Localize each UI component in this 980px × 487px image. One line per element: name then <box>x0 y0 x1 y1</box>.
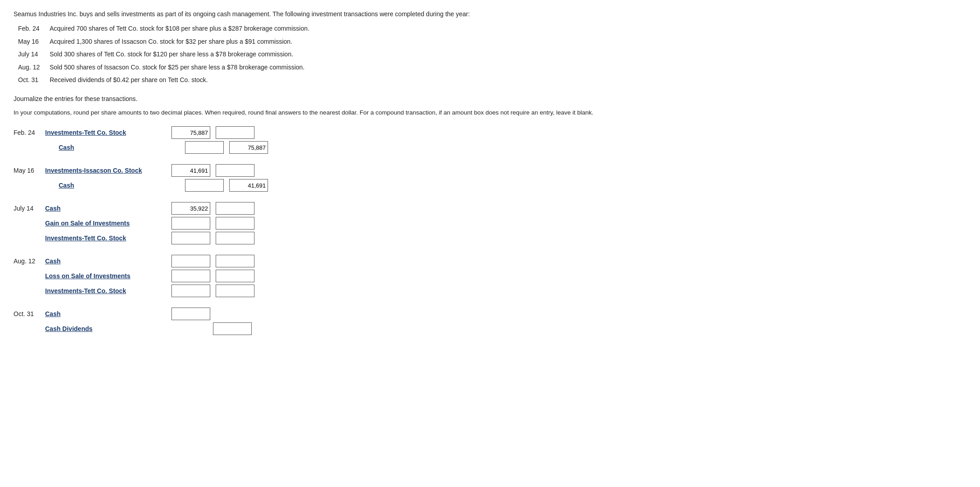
input-may16-2-debit[interactable] <box>185 179 224 192</box>
account-investments-tett-july14: Investments-Tett Co. Stock <box>45 234 171 242</box>
account-cash-oct31: Cash <box>45 310 171 317</box>
input-may16-debit[interactable] <box>171 164 210 177</box>
journal-entry-may16: May 16 Investments-Issacson Co. Stock Ca… <box>14 164 663 194</box>
journal-row-aug12-3: Investments-Tett Co. Stock <box>14 285 663 297</box>
journal-entry-aug12: Aug. 12 Cash Loss on Sale of Investments… <box>14 255 663 299</box>
instruction1: Journalize the entries for these transac… <box>14 94 663 104</box>
journal-row-feb24-1: Feb. 24 Investments-Tett Co. Stock <box>14 126 663 139</box>
entry-date-july14: July 14 <box>14 205 45 212</box>
input-oct31-debit[interactable] <box>171 308 210 320</box>
transaction-item-2: May 16 Acquired 1,300 shares of Issacson… <box>18 37 663 46</box>
input-feb24-2-credit[interactable] <box>229 141 268 154</box>
journal-row-july14-1: July 14 Cash <box>14 202 663 215</box>
input-feb24-credit[interactable] <box>216 126 254 139</box>
journal-row-may16-2: Cash <box>14 179 663 192</box>
entry-date-oct31: Oct. 31 <box>14 310 45 317</box>
account-cash-july14: Cash <box>45 205 171 212</box>
account-loss-sale: Loss on Sale of Investments <box>45 272 171 280</box>
account-investments-issacson: Investments-Issacson Co. Stock <box>45 167 171 174</box>
transaction-list: Feb. 24 Acquired 700 shares of Tett Co. … <box>18 23 663 85</box>
entry-date-feb24: Feb. 24 <box>14 129 45 136</box>
journal-section: Feb. 24 Investments-Tett Co. Stock Cash … <box>14 126 663 337</box>
input-july14-3-credit[interactable] <box>216 232 254 244</box>
input-july14-3-debit[interactable] <box>171 232 210 244</box>
transaction-date-4: Aug. 12 <box>18 62 50 72</box>
account-investments-tett-aug12: Investments-Tett Co. Stock <box>45 287 171 294</box>
input-group-aug12-3 <box>171 285 257 297</box>
input-july14-credit[interactable] <box>216 202 254 215</box>
transaction-desc-2: Acquired 1,300 shares of Issacson Co. st… <box>50 37 663 46</box>
transaction-item-4: Aug. 12 Sold 500 shares of Issacson Co. … <box>18 62 663 72</box>
input-group-may16-2 <box>185 179 271 192</box>
input-aug12-2-credit[interactable] <box>216 270 254 282</box>
transaction-date-1: Feb. 24 <box>18 23 50 33</box>
input-aug12-3-credit[interactable] <box>216 285 254 297</box>
input-aug12-3-debit[interactable] <box>171 285 210 297</box>
transaction-desc-5: Received dividends of $0.42 per share on… <box>50 75 663 85</box>
journal-row-aug12-2: Loss on Sale of Investments <box>14 270 663 282</box>
journal-entry-july14: July 14 Cash Gain on Sale of Investments… <box>14 202 663 247</box>
journal-row-aug12-1: Aug. 12 Cash <box>14 255 663 267</box>
account-investments-tett: Investments-Tett Co. Stock <box>45 129 171 136</box>
account-cash-may16: Cash <box>59 182 185 189</box>
journal-row-oct31-2: Cash Dividends <box>14 322 663 335</box>
input-group-may16-1 <box>171 164 257 177</box>
account-cash-dividends: Cash Dividends <box>45 325 171 332</box>
input-aug12-debit[interactable] <box>171 255 210 267</box>
transaction-date-5: Oct. 31 <box>18 75 50 85</box>
input-group-aug12-2 <box>171 270 257 282</box>
input-aug12-2-debit[interactable] <box>171 270 210 282</box>
input-may16-2-credit[interactable] <box>229 179 268 192</box>
transaction-date-2: May 16 <box>18 37 50 46</box>
input-group-july14-3 <box>171 232 257 244</box>
input-july14-2-debit[interactable] <box>171 217 210 230</box>
input-group-july14-1 <box>171 202 257 215</box>
journal-row-may16-1: May 16 Investments-Issacson Co. Stock <box>14 164 663 177</box>
transaction-item-1: Feb. 24 Acquired 700 shares of Tett Co. … <box>18 23 663 33</box>
journal-row-july14-3: Investments-Tett Co. Stock <box>14 232 663 244</box>
transaction-item-3: July 14 Sold 300 shares of Tett Co. stoc… <box>18 49 663 59</box>
input-feb24-2-debit[interactable] <box>185 141 224 154</box>
entry-date-aug12: Aug. 12 <box>14 257 45 265</box>
input-group-oct31-1 <box>171 308 213 320</box>
account-cash-feb24: Cash <box>59 144 185 151</box>
input-group-aug12-1 <box>171 255 257 267</box>
input-feb24-debit[interactable] <box>171 126 210 139</box>
input-group-feb24-1 <box>171 126 257 139</box>
instruction2: In your computations, round per share am… <box>14 108 663 118</box>
journal-row-feb24-2: Cash <box>14 141 663 154</box>
journal-row-oct31-1: Oct. 31 Cash <box>14 308 663 320</box>
journal-row-july14-2: Gain on Sale of Investments <box>14 217 663 230</box>
entry-date-may16: May 16 <box>14 167 45 174</box>
journal-entry-oct31: Oct. 31 Cash Cash Dividends <box>14 308 663 337</box>
transaction-date-3: July 14 <box>18 49 50 59</box>
intro-description: Seamus Industries Inc. buys and sells in… <box>14 9 663 19</box>
input-july14-2-credit[interactable] <box>216 217 254 230</box>
input-may16-credit[interactable] <box>216 164 254 177</box>
transaction-desc-1: Acquired 700 shares of Tett Co. stock fo… <box>50 23 663 33</box>
input-oct31-credit[interactable] <box>213 322 252 335</box>
input-group-july14-2 <box>171 217 257 230</box>
account-cash-aug12: Cash <box>45 257 171 265</box>
input-group-feb24-2 <box>185 141 271 154</box>
input-group-oct31-2 <box>171 322 254 335</box>
journal-entry-feb24: Feb. 24 Investments-Tett Co. Stock Cash <box>14 126 663 156</box>
transaction-desc-3: Sold 300 shares of Tett Co. stock for $1… <box>50 49 663 59</box>
input-aug12-credit[interactable] <box>216 255 254 267</box>
input-july14-debit[interactable] <box>171 202 210 215</box>
account-gain-sale: Gain on Sale of Investments <box>45 220 171 227</box>
transaction-desc-4: Sold 500 shares of Issacson Co. stock fo… <box>50 62 663 72</box>
transaction-item-5: Oct. 31 Received dividends of $0.42 per … <box>18 75 663 85</box>
